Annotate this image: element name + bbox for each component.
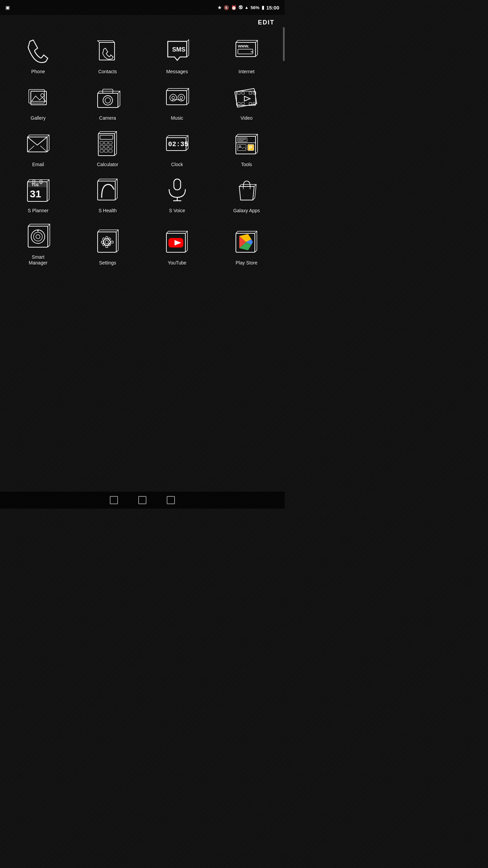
svg-point-13 [170, 94, 177, 101]
app-calculator[interactable]: Calculator [73, 125, 142, 172]
app-email[interactable]: Email [3, 125, 73, 172]
svg-rect-35 [109, 145, 112, 148]
youtube-icon [162, 227, 192, 257]
email-label: Email [32, 162, 44, 167]
galaxyapps-label: Galaxy Apps [233, 208, 260, 214]
gallery-label: Gallery [30, 115, 45, 121]
phone-icon [23, 36, 54, 66]
app-messages[interactable]: SMS Messages [142, 32, 212, 79]
bluetooth-icon: ★ [218, 5, 222, 10]
app-tools[interactable]: P Tools [212, 125, 281, 172]
smartmanager-label: Smart Manager [29, 254, 47, 266]
svg-text:02:35: 02:35 [168, 140, 188, 148]
battery-percent: 56% [251, 5, 260, 10]
svg-point-66 [36, 235, 40, 239]
app-svoice[interactable]: S Voice [142, 171, 212, 218]
svg-point-11 [105, 98, 110, 103]
svg-text:www.: www. [238, 43, 249, 48]
battery-icon: ▮ [262, 5, 264, 10]
svg-rect-4 [238, 49, 253, 54]
settings-icon [93, 227, 123, 257]
app-camera[interactable]: Camera [73, 79, 142, 125]
nav-bar [0, 492, 285, 509]
calculator-label: Calculator [97, 162, 118, 167]
internet-icon: www. [231, 36, 262, 66]
app-grid: Phone Contacts SMS Message [0, 29, 285, 273]
svg-rect-38 [109, 150, 112, 152]
svg-rect-73 [111, 241, 113, 243]
status-right: ★ 🔇 ⏰ ⑯ ▲ 56% ▮ 15:00 [218, 5, 279, 11]
svg-point-7 [41, 94, 44, 97]
tools-label: Tools [241, 162, 252, 167]
app-splanner[interactable]: TUE 31 S Planner [3, 171, 73, 218]
shealth-icon [93, 175, 123, 205]
clock-label: Clock [171, 162, 183, 167]
svg-rect-34 [104, 145, 108, 148]
app-smartmanager[interactable]: Smart Manager [3, 218, 73, 270]
playstore-label: Play Store [236, 260, 258, 266]
app-youtube[interactable]: YouTube [142, 218, 212, 270]
svg-rect-57 [98, 181, 115, 200]
svoice-icon [162, 175, 192, 205]
svg-rect-37 [104, 150, 108, 152]
splanner-icon: TUE 31 [23, 175, 54, 205]
svg-rect-36 [100, 150, 103, 152]
video-label: Video [241, 115, 253, 121]
app-internet[interactable]: www. Internet [212, 32, 281, 79]
video-icon [231, 82, 262, 113]
email-icon [23, 129, 54, 159]
contacts-icon [93, 36, 123, 66]
recent-button[interactable] [167, 496, 175, 504]
app-settings[interactable]: Settings [73, 218, 142, 270]
signal-icon: ▲ [245, 5, 249, 10]
svg-text:31: 31 [30, 188, 41, 199]
shealth-label: S Health [99, 208, 117, 214]
svg-text:TUE: TUE [32, 183, 39, 187]
back-button[interactable] [110, 496, 118, 504]
svg-rect-32 [109, 141, 112, 144]
splanner-label: S Planner [28, 208, 48, 214]
status-left: ▣ [5, 5, 10, 10]
calculator-icon [93, 129, 123, 159]
svg-rect-18 [237, 91, 256, 105]
settings-label: Settings [99, 260, 116, 266]
svg-point-69 [105, 240, 108, 244]
playstore-icon [231, 227, 262, 257]
camera-icon [93, 82, 123, 113]
app-video[interactable]: Video [212, 79, 281, 125]
notification-icon: ▣ [5, 5, 10, 10]
app-gallery[interactable]: Gallery [3, 79, 73, 125]
time-display: 15:00 [266, 5, 279, 11]
app-galaxyapps[interactable]: Galaxy Apps [212, 171, 281, 218]
app-shealth[interactable]: S Health [73, 171, 142, 218]
svg-point-16 [180, 96, 183, 99]
contacts-label: Contacts [98, 69, 117, 75]
music-icon [162, 82, 192, 113]
messages-label: Messages [166, 69, 188, 75]
clock-icon: 02:35 [162, 129, 192, 159]
svg-rect-20 [242, 92, 244, 94]
svg-rect-30 [100, 141, 103, 144]
svg-point-10 [103, 96, 113, 105]
svg-point-14 [172, 96, 175, 99]
scrollbar[interactable] [283, 27, 285, 61]
svg-point-15 [178, 94, 185, 101]
svg-rect-23 [238, 102, 240, 105]
svg-rect-58 [174, 179, 181, 190]
messages-icon: SMS [162, 36, 192, 66]
app-phone[interactable]: Phone [3, 32, 73, 79]
youtube-label: YouTube [168, 260, 186, 266]
svg-rect-31 [104, 141, 108, 144]
music-label: Music [171, 115, 183, 121]
svg-rect-21 [249, 92, 252, 94]
cast-icon: ⑯ [239, 5, 243, 11]
app-contacts[interactable]: Contacts [73, 32, 142, 79]
svg-point-64 [31, 230, 45, 243]
app-music[interactable]: Music [142, 79, 212, 125]
svg-text:P: P [249, 145, 252, 150]
home-button[interactable] [138, 496, 146, 504]
app-playstore[interactable]: Play Store [212, 218, 281, 270]
app-clock[interactable]: 02:35 Clock [142, 125, 212, 172]
svg-point-65 [34, 232, 42, 241]
edit-button[interactable]: EDIT [0, 15, 285, 29]
